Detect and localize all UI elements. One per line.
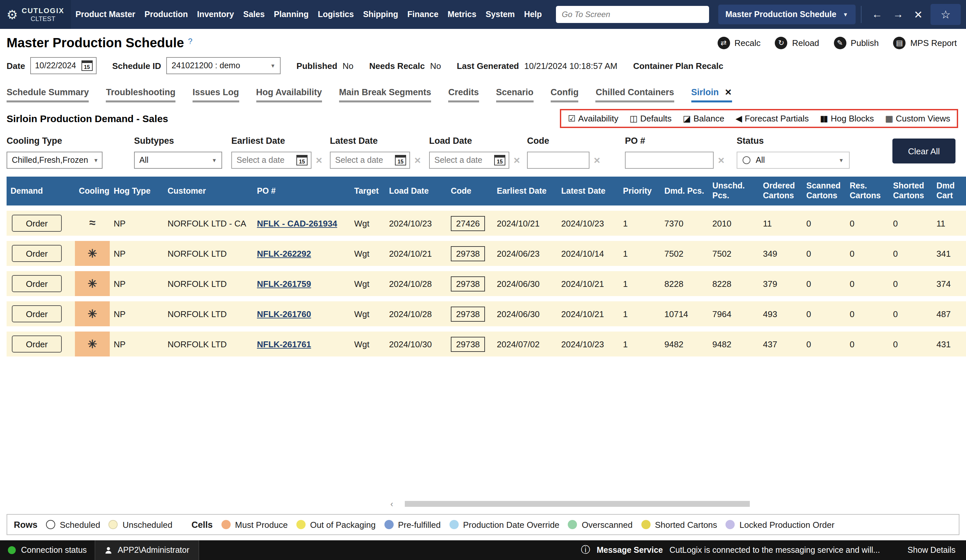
cell-customer: NORFOLK LTD [164,301,253,326]
code-box[interactable]: 29738 [451,246,485,261]
container-plan-recalc-label[interactable]: Container Plan Recalc [633,61,723,70]
latest-date-picker[interactable]: Select a date 15 [330,152,410,169]
po-link[interactable]: NFLK-261761 [257,339,311,349]
cell-shorted-cartons: 0 [889,332,933,357]
tab-chilled-containers[interactable]: Chilled Containers [596,87,674,102]
show-details-link[interactable]: Show Details [907,545,966,555]
clear-latest-date-icon[interactable]: ✕ [414,155,421,165]
load-date-picker[interactable]: Select a date 15 [429,152,509,169]
gear-logo-icon: ⚙ [7,7,18,22]
forward-arrow-icon[interactable]: → [887,8,909,20]
view-tool-balance[interactable]: ◪Balance [683,114,724,123]
order-button[interactable]: Order [12,305,62,323]
nav-item-logistics[interactable]: Logistics [313,10,358,19]
tab-config[interactable]: Config [550,87,578,102]
cell-demand: Order [7,301,75,326]
tab-credits[interactable]: Credits [448,87,479,102]
code-filter-input[interactable] [527,152,590,169]
scrollbar-thumb[interactable] [405,501,750,507]
action-recalc[interactable]: ⇄Recalc [717,37,761,49]
tab-scenario[interactable]: Scenario [496,87,533,102]
tab-close-icon[interactable]: ✕ [725,87,732,97]
clear-po-icon[interactable]: ✕ [718,155,725,165]
tab-main-break-segments[interactable]: Main Break Segments [339,87,431,102]
schedule-info-bar: Date 10/22/2024 15 Schedule ID 241021200… [0,53,966,81]
cell-dmd-pcs: 8228 [660,271,708,296]
clear-load-date-icon[interactable]: ✕ [513,155,521,165]
calendar-icon[interactable]: 15 [395,155,406,165]
tab-schedule-summary[interactable]: Schedule Summary [7,87,89,102]
cooling-type-select[interactable]: Chilled,Fresh,Frozen ▼ [7,152,102,169]
nav-item-system[interactable]: System [481,10,519,19]
po-link[interactable]: NFLK-261759 [257,279,311,288]
tab-sirloin[interactable]: Sirloin✕ [691,87,732,102]
action-reload[interactable]: ↻Reload [775,37,819,49]
view-tool-forecast-partials[interactable]: ◀Forecast Partials [736,114,809,123]
legend-item-out-of-packaging: Out of Packaging [296,520,376,529]
status-select[interactable]: All ▼ [737,152,850,169]
unscheduled-dot [109,520,118,529]
message-service-title: Message Service [597,545,663,555]
horizontal-scrollbar[interactable]: ‹ [7,499,966,509]
view-tool-defaults[interactable]: ◫Defaults [629,114,672,123]
order-button[interactable]: Order [12,336,62,352]
nav-item-inventory[interactable]: Inventory [192,10,239,19]
po-filter-input[interactable] [625,152,714,169]
subtypes-select[interactable]: All ▼ [134,152,222,169]
current-user[interactable]: APP2\Administrator [95,540,199,560]
po-link[interactable]: NFLK-262292 [257,249,311,258]
code-box[interactable]: 29738 [451,276,485,291]
action-mps-report[interactable]: ▤MPS Report [893,37,957,49]
clear-all-button[interactable]: Clear All [892,139,956,164]
nav-item-help[interactable]: Help [519,10,546,19]
nav-item-product-master[interactable]: Product Master [71,10,140,19]
order-button[interactable]: Order [12,245,62,262]
back-arrow-icon[interactable]: ← [866,8,887,20]
po-link[interactable]: NFLK-261760 [257,309,311,319]
clear-earliest-date-icon[interactable]: ✕ [315,155,323,165]
view-tool-availability[interactable]: ☑Availability [568,114,618,123]
calendar-icon[interactable]: 15 [82,61,93,71]
view-tool-hog-blocks[interactable]: ▮▮Hog Blocks [820,114,874,123]
tab-issues-log[interactable]: Issues Log [192,87,239,102]
code-box[interactable]: 29738 [451,336,485,352]
clear-code-icon[interactable]: ✕ [593,155,601,165]
favorite-star-icon[interactable]: ☆ [930,4,961,25]
cell-dmd-cartons: 431 [933,332,966,357]
order-button[interactable]: Order [12,275,62,292]
nav-item-metrics[interactable]: Metrics [443,10,481,19]
legend-label: Shorted Cartons [655,520,717,529]
help-link[interactable]: ? [188,36,192,46]
nav-item-planning[interactable]: Planning [269,10,314,19]
tab-label: Sirloin [691,87,719,97]
scroll-left-icon[interactable]: ‹ [390,499,393,509]
chevron-down-icon: ▼ [838,157,844,163]
calendar-icon[interactable]: 15 [296,155,307,165]
cooling-type-label: Cooling Type [7,136,134,146]
nav-item-production[interactable]: Production [140,10,192,19]
go-to-screen-input[interactable] [556,6,709,23]
tab-hog-availability[interactable]: Hog Availability [256,87,322,102]
col-header-latest-date: Latest Date [557,177,619,205]
po-link[interactable]: NFLK - CAD-261934 [257,218,337,228]
action-publish[interactable]: ✎Publish [834,37,879,49]
nav-item-finance[interactable]: Finance [403,10,443,19]
tab-troubleshooting[interactable]: Troubleshooting [106,87,176,102]
nav-item-shipping[interactable]: Shipping [358,10,403,19]
date-input[interactable]: 10/22/2024 15 [30,57,96,74]
code-box[interactable]: 29738 [451,306,485,321]
availability-icon: ☑ [568,114,574,123]
earliest-date-picker[interactable]: Select a date 15 [231,152,312,169]
screen-select-dropdown[interactable]: Master Production Schedule ▼ [718,5,855,24]
code-box[interactable]: 27426 [451,216,485,231]
calendar-icon[interactable]: 15 [494,155,505,165]
snowflake-icon: ✳ [88,277,97,290]
schedule-id-select[interactable]: 241021200 : demo ▼ [166,57,281,74]
page-title: Master Production Schedule [7,36,184,51]
close-window-icon[interactable]: ✕ [909,8,928,21]
message-service-text: CutLogix is connected to the messaging s… [669,545,880,555]
view-tool-custom-views[interactable]: ▦Custom Views [885,114,950,123]
order-button[interactable]: Order [12,215,62,232]
nav-item-sales[interactable]: Sales [238,10,269,19]
cell-target: Wgt [350,241,385,266]
